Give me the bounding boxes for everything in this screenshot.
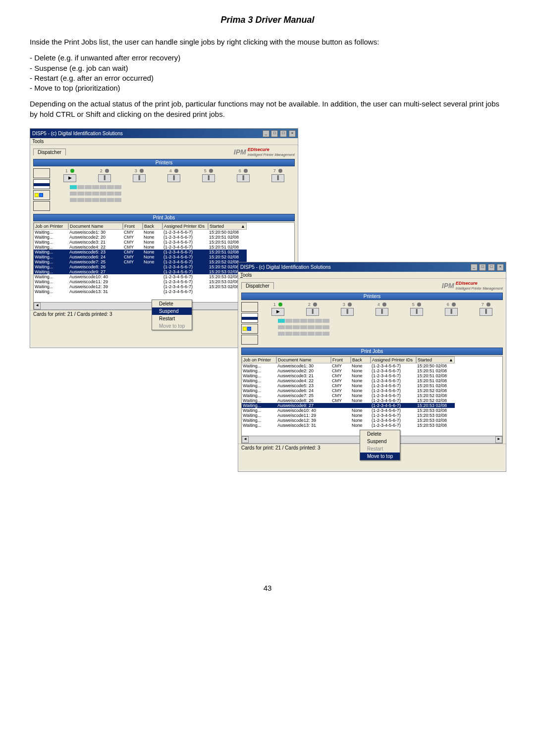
cell: Waiting...	[34, 230, 68, 235]
table-row[interactable]: Waiting...Ausweiscode10: 40None(1-2-3-4-…	[242, 408, 502, 413]
col-front[interactable]: Front	[331, 356, 351, 363]
table-row[interactable]: Waiting...Ausweiscode3: 21CMYNone(1-2-3-…	[242, 373, 502, 378]
context-menu[interactable]: Delete Suspend Restart Move to top	[360, 430, 400, 460]
col-doc[interactable]: Document Name	[68, 223, 123, 230]
col-assigned[interactable]: Assigned Printer IDs	[162, 223, 208, 230]
table-row[interactable]: Waiting...Ausweiscode11: 29None(1-2-3-4-…	[242, 413, 502, 418]
ctx-movetotop[interactable]: Move to top	[360, 453, 400, 460]
tab-dispatcher[interactable]: Dispatcher	[33, 149, 66, 155]
pause-button[interactable]: ǁ	[271, 174, 284, 182]
ctx-movetotop[interactable]: Move to top	[152, 322, 192, 330]
minimize-icon[interactable]: _	[471, 264, 478, 271]
pause-button[interactable]: ǁ	[237, 174, 250, 182]
cell: Ausweiscode12: 39	[276, 418, 331, 423]
cell: Waiting...	[242, 368, 276, 373]
pause-button[interactable]: ǁ	[98, 174, 111, 182]
scroll-left-icon[interactable]: ◄	[242, 436, 249, 443]
table-row[interactable]: Waiting...Ausweiscode9: 27(1-2-3-4-5-6-7…	[242, 403, 502, 408]
pause-button[interactable]: ǁ	[341, 308, 354, 316]
window-titlebar[interactable]: DISP5 - (c) Digital Identification Solut…	[238, 262, 506, 272]
table-row[interactable]: Waiting...Ausweiscode5: 23CMYNone(1-2-3-…	[34, 250, 294, 254]
table-row[interactable]: Waiting...Ausweiscode6: 24CMYNone(1-2-3-…	[34, 254, 294, 259]
cell: Ausweiscode3: 21	[68, 240, 123, 245]
table-row[interactable]: Waiting...Ausweiscode7: 25CMYNone(1-2-3-…	[242, 393, 502, 398]
sort-up-icon[interactable]: ▲	[241, 224, 245, 229]
cell: Ausweiscode4: 22	[276, 378, 331, 383]
table-row[interactable]: Waiting...Ausweiscode4: 22CMYNone(1-2-3-…	[34, 245, 294, 250]
table-row[interactable]: Waiting...Ausweiscode1: 30CMYNone(1-2-3-…	[242, 363, 502, 368]
pause-button[interactable]: ǁ	[167, 174, 180, 182]
cell: (1-2-3-4-5-6-7)	[371, 388, 416, 393]
play-button[interactable]: ▶	[63, 174, 76, 182]
cell: (1-2-3-4-5-6-7)	[371, 363, 416, 368]
restore-icon[interactable]: □	[271, 130, 278, 137]
cell	[143, 269, 162, 274]
cell: Ausweiscode8: 26	[276, 398, 331, 403]
pause-button[interactable]: ǁ	[306, 308, 319, 316]
context-menu[interactable]: Delete Suspend Restart Move to top	[152, 300, 192, 330]
scroll-left-icon[interactable]: ◄	[34, 302, 41, 309]
ctx-suspend[interactable]: Suspend	[152, 307, 192, 315]
cell: Ausweiscode7: 25	[276, 393, 331, 398]
col-front[interactable]: Front	[123, 223, 143, 230]
tools-menu[interactable]: Tools	[240, 272, 252, 278]
col-started[interactable]: Started▲	[208, 223, 247, 230]
maximize-icon[interactable]: □	[488, 264, 495, 271]
cell: CMY	[331, 393, 351, 398]
printer-number: 4	[157, 168, 191, 173]
table-row[interactable]: Waiting...Ausweiscode8: 26CMYNone(1-2-3-…	[242, 398, 502, 403]
col-back[interactable]: Back	[351, 356, 371, 363]
pause-button[interactable]: ǁ	[445, 308, 458, 316]
cell: (1-2-3-4-5-6-7)	[371, 408, 416, 413]
table-row[interactable]: Waiting...Ausweiscode5: 23CMYNone(1-2-3-…	[242, 383, 502, 388]
table-row[interactable]: Waiting...Ausweiscode1: 30CMYNone(1-2-3-…	[34, 230, 294, 235]
table-row[interactable]: Waiting...Ausweiscode2: 20CMYNone(1-2-3-…	[34, 235, 294, 240]
cell: Ausweiscode5: 23	[68, 250, 123, 254]
ctx-delete[interactable]: Delete	[152, 300, 192, 307]
pause-button[interactable]: ǁ	[133, 174, 146, 182]
tab-dispatcher[interactable]: Dispatcher	[241, 282, 274, 289]
ctx-restart[interactable]: Restart	[152, 315, 192, 322]
cell: None	[143, 230, 162, 235]
cell: Ausweiscode10: 40	[276, 408, 331, 413]
play-button[interactable]: ▶	[271, 308, 284, 316]
table-row[interactable]: Waiting...Ausweiscode3: 21CMYNone(1-2-3-…	[34, 240, 294, 245]
close-icon[interactable]: ×	[289, 130, 296, 137]
cell: None	[351, 413, 371, 418]
ctx-suspend[interactable]: Suspend	[360, 438, 400, 445]
maximize-icon[interactable]: □	[280, 130, 287, 137]
table-row[interactable]: Waiting...Ausweiscode4: 22CMYNone(1-2-3-…	[242, 378, 502, 383]
close-icon[interactable]: ×	[497, 264, 504, 271]
pause-button[interactable]: ǁ	[410, 308, 423, 316]
table-row[interactable]: Waiting...Ausweiscode6: 24CMYNone(1-2-3-…	[242, 388, 502, 393]
col-back[interactable]: Back	[143, 223, 162, 230]
col-assigned[interactable]: Assigned Printer IDs	[371, 356, 416, 363]
cell: 15:20:51 02/08	[208, 240, 247, 245]
sort-up-icon[interactable]: ▲	[449, 357, 453, 362]
cell: (1-2-3-4-5-6-7)	[371, 418, 416, 423]
pause-button[interactable]: ǁ	[202, 174, 215, 182]
window-titlebar[interactable]: DISP5 - (c) Digital Identification Solut…	[30, 129, 298, 138]
scroll-right-icon[interactable]: ►	[495, 436, 502, 443]
minimize-icon[interactable]: _	[263, 130, 269, 137]
table-row[interactable]: Waiting...Ausweiscode2: 20CMYNone(1-2-3-…	[242, 368, 502, 373]
printjobs-header: Print Jobs	[241, 348, 503, 355]
cell: Waiting...	[242, 423, 276, 428]
table-row[interactable]: Waiting...Ausweiscode12: 39None(1-2-3-4-…	[242, 418, 502, 423]
printer-slot: 1 ▶	[261, 302, 295, 317]
col-started[interactable]: Started▲	[416, 356, 455, 363]
printjobs-table[interactable]: Job on Printer Document Name Front Back …	[241, 356, 503, 436]
pause-button[interactable]: ǁ	[375, 308, 388, 316]
pause-button[interactable]: ǁ	[480, 308, 492, 316]
tools-menu[interactable]: Tools	[32, 139, 44, 144]
col-doc[interactable]: Document Name	[276, 356, 331, 363]
col-job[interactable]: Job on Printer	[242, 356, 276, 363]
card-chip	[241, 324, 258, 334]
status-led-icon	[209, 169, 213, 173]
cell: (1-2-3-4-5-6-7)	[162, 235, 208, 240]
cell: Waiting...	[242, 403, 276, 408]
col-job[interactable]: Job on Printer	[34, 223, 68, 230]
ctx-delete[interactable]: Delete	[360, 430, 400, 438]
restore-icon[interactable]: □	[479, 264, 486, 271]
table-row[interactable]: Waiting...Ausweiscode13: 31None(1-2-3-4-…	[242, 423, 502, 428]
